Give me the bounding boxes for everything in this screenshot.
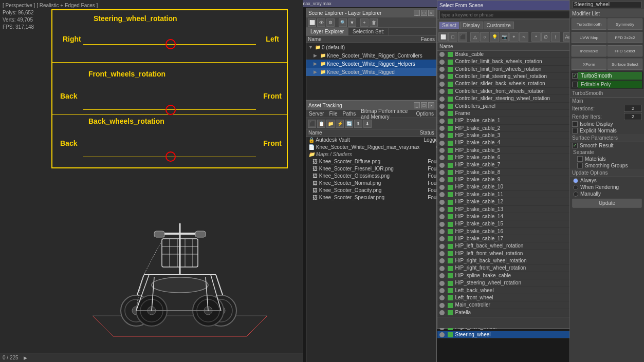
ico-select-all[interactable]: ⬜	[438, 32, 448, 42]
ico-none[interactable]: □	[448, 32, 457, 42]
layer-helpers[interactable]: ▶ 📁 Knee_Scooter_White_Rigged_Helpers	[306, 60, 436, 68]
ico-none-types[interactable]: ∅	[541, 32, 550, 42]
layer-rigged[interactable]: ▶ 📁 Knee_Scooter_White_Rigged	[306, 68, 436, 76]
diag-title1: Steering_wheel_rotation	[94, 14, 177, 23]
tab-select[interactable]: Select	[439, 22, 459, 29]
close-button[interactable]: ×	[428, 102, 434, 108]
menu-options[interactable]: Options	[414, 110, 436, 117]
isoline-checkbox[interactable]	[572, 121, 578, 127]
xform-btn[interactable]: XForm	[572, 59, 606, 70]
main-label-row: Main	[570, 98, 644, 104]
smooth-result-checkbox[interactable]	[572, 143, 578, 148]
at-btn7[interactable]: ⬇	[363, 120, 372, 128]
ico-shapes[interactable]: ○	[480, 32, 489, 42]
ico-cameras[interactable]: 📷	[500, 32, 509, 42]
menu-paths[interactable]: Paths	[340, 110, 359, 117]
smoothing-groups-label: Smoothing Groups	[585, 163, 628, 168]
menu-server[interactable]: Server	[306, 110, 326, 117]
uvwmap-btn[interactable]: UVW Map	[572, 32, 606, 43]
minimize-button[interactable]: _	[414, 102, 420, 108]
status-arrow: ▶	[24, 355, 27, 360]
expand-icon: ▶	[314, 61, 319, 66]
expand-icon: ▼	[308, 45, 314, 50]
diag-right1: Right	[63, 35, 81, 43]
col-name: Name	[308, 130, 406, 136]
tab-display[interactable]: Display	[460, 22, 483, 29]
ico-spacewarps[interactable]: ~	[519, 32, 528, 42]
explicit-normals-checkbox[interactable]	[572, 128, 578, 134]
asset-tracking-dialog: Asset Tracking _ □ × Server File Paths B…	[306, 100, 437, 362]
ffd-select-btn[interactable]: FFD Select	[608, 45, 642, 56]
at-table-row[interactable]: 🖼 Knee_Scooter_Specular.png Found	[306, 194, 436, 201]
at-btn3[interactable]: 📁	[326, 120, 335, 128]
smoothing-groups-checkbox[interactable]	[577, 163, 583, 168]
customize-button[interactable]: ⚙	[326, 18, 335, 27]
at-table-row[interactable]: 📁 Maps / Shaders	[306, 151, 436, 158]
indexable-btn[interactable]: Indexable	[572, 45, 606, 56]
maximize-button[interactable]: □	[421, 102, 427, 108]
at-table-row[interactable]: 🖼 Knee_Scooter_Opacity.png Found	[306, 187, 436, 194]
iterations-input[interactable]	[624, 105, 642, 112]
select-button[interactable]: ⬜	[308, 18, 316, 27]
at-table-row[interactable]: 🖼 Knee_Scooter_Diffuse.png Found	[306, 158, 436, 165]
at-item-name: 🔒 Autodesk Vault	[306, 137, 421, 144]
ico-geometry[interactable]: △	[470, 32, 480, 42]
at-table-row[interactable]: 🔒 Autodesk Vault Logge...	[306, 137, 436, 144]
tab-layer-explorer[interactable]: Layer Explorer	[306, 28, 348, 35]
render-iters-input[interactable]	[624, 113, 642, 120]
at-btn6[interactable]: ⬆	[354, 120, 362, 128]
surface-select-btn[interactable]: Surface Select	[608, 59, 642, 70]
maximize-button[interactable]: □	[421, 10, 427, 16]
minimize-button[interactable]: _	[414, 10, 420, 16]
stack-editable-poly[interactable]: Editable Poly	[578, 81, 642, 88]
scene-explorer-titlebar: Scene Explorer - Layer Explorer _ □ ×	[306, 8, 436, 17]
tab-selection-set[interactable]: Selection Set:	[348, 28, 389, 35]
smooth-result-row: Smooth Result	[570, 142, 644, 149]
at-table-row[interactable]: 🖼 Knee_Scooter_Fresnel_IOR.png Found	[306, 165, 436, 173]
ffd-btn[interactable]: FFD 2x2x2	[608, 32, 642, 43]
add-layer-button[interactable]: +	[360, 18, 369, 27]
layer-default[interactable]: ▼ 📁 0 (default)	[306, 43, 436, 51]
ico-all-types[interactable]: *	[531, 32, 541, 42]
ico-invert[interactable]: ⬛	[458, 32, 467, 42]
menu-bitmap-perf[interactable]: Bitmap Performance and Memory	[358, 108, 413, 120]
svg-rect-10	[195, 231, 206, 237]
ico-helpers[interactable]: +	[509, 32, 519, 42]
display-button[interactable]: 👁	[317, 18, 325, 27]
manually-radio[interactable]	[573, 192, 578, 197]
manually-label: Manually	[580, 191, 601, 197]
asset-tracking-title: Asset Tracking	[308, 103, 342, 108]
symmetry-btn[interactable]: Symmetry	[608, 18, 642, 30]
when-rendering-radio[interactable]	[573, 185, 578, 190]
turbosmooth-btn[interactable]: TurboSmooth	[572, 18, 606, 30]
at-table-row[interactable]: 📄 Knee_Scooter_White_Rigged_max_vray.max…	[306, 144, 436, 151]
stack-turbosmooth[interactable]: TurboSmooth	[578, 72, 642, 80]
update-button[interactable]: Update	[573, 199, 641, 207]
at-btn2[interactable]: 📋	[317, 120, 325, 128]
object-name-input[interactable]	[573, 1, 641, 8]
menu-file[interactable]: File	[326, 110, 340, 117]
stack-turbomooth-row: TurboSmooth	[571, 71, 643, 80]
at-btn4[interactable]: ⚡	[336, 120, 344, 128]
tab-customize[interactable]: Customize	[484, 22, 514, 29]
diag-back1: Back	[60, 92, 77, 100]
at-table-row[interactable]: 🖼 Knee_Scooter_Glossiness.png Found	[306, 173, 436, 180]
editable-poly-checkbox[interactable]	[572, 82, 578, 87]
at-btn1[interactable]: ⬛	[308, 120, 316, 128]
ico-invert-types[interactable]: !	[551, 32, 560, 42]
delete-layer-button[interactable]: 🗑	[370, 18, 378, 27]
layer-controllers[interactable]: ▶ 📁 Knee_Scooter_White_Rigged_Controller…	[306, 51, 436, 60]
ico-lights[interactable]: 💡	[490, 32, 499, 42]
filter-button[interactable]: ▼	[348, 18, 356, 27]
at-btn5[interactable]: 🔄	[345, 120, 353, 128]
turbosmooth-checkbox[interactable]	[572, 73, 578, 79]
close-button[interactable]: ×	[428, 10, 434, 16]
materials-checkbox[interactable]	[577, 156, 583, 162]
fps-value: 317,148	[15, 24, 34, 30]
at-table-row[interactable]: 🖼 Knee_Scooter_Normal.png Found	[306, 180, 436, 187]
modifier-list-header[interactable]: Modifier List	[570, 9, 644, 17]
always-radio[interactable]	[573, 178, 578, 183]
manually-row: Manually	[570, 190, 644, 197]
svg-rect-9	[154, 231, 164, 237]
search-button[interactable]: 🔍	[339, 18, 347, 27]
